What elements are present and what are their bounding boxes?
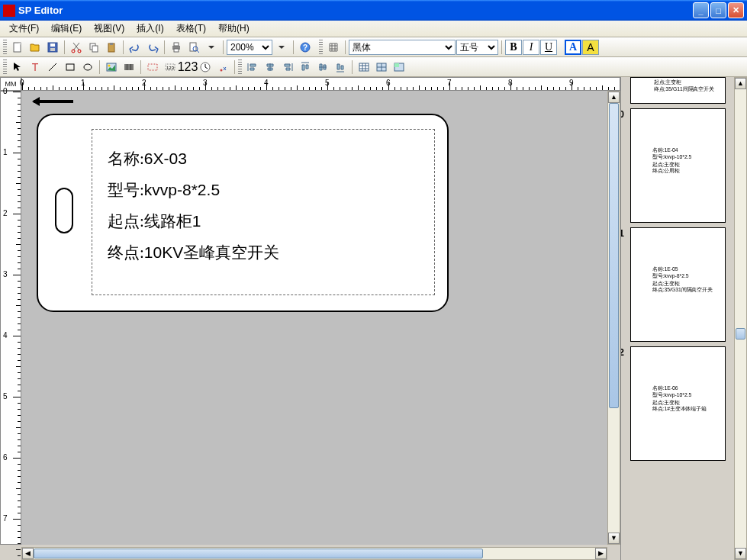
zoom-dropdown-icon[interactable] (273, 39, 290, 56)
ruler-horizontal[interactable]: 012345678910 (21, 77, 620, 91)
cut-button[interactable] (68, 39, 85, 56)
svg-rect-27 (359, 63, 369, 71)
svg-rect-7 (92, 46, 98, 52)
toolbar-grip[interactable] (3, 60, 7, 75)
menu-table[interactable]: 表格(T) (170, 21, 212, 37)
canvas[interactable]: 名称:6X-03 型号:kvvp-8*2.5 起点:线路柜1 终点:10KV圣峰… (21, 91, 607, 545)
text-tool[interactable]: T (27, 59, 43, 76)
thumbnail-text: 起点:主变柜终点:35/G11间隔真空开关 (654, 79, 714, 93)
text-frame[interactable]: 名称:6X-03 型号:kvvp-8*2.5 起点:线路柜1 终点:10KV圣峰… (92, 129, 435, 295)
highlight-button[interactable]: A (582, 40, 599, 55)
toolbar-grip[interactable] (319, 40, 323, 55)
open-button[interactable] (27, 39, 43, 56)
table-tool[interactable] (356, 59, 372, 76)
align-right-button[interactable] (279, 59, 296, 76)
svg-rect-9 (110, 43, 113, 45)
menu-insert[interactable]: 插入(I) (130, 21, 169, 37)
svg-rect-11 (174, 43, 179, 46)
toolbar-main: 200% ? 黑体 五号 B I U A A (0, 37, 747, 57)
pointer-tool[interactable] (9, 59, 26, 76)
undo-button[interactable] (127, 39, 143, 56)
canvas-vscroll[interactable]: ▲ ▼ (607, 91, 620, 545)
svg-point-26 (221, 69, 223, 71)
toolbar-grip[interactable] (3, 40, 7, 55)
scroll-down-icon[interactable]: ▼ (735, 548, 746, 559)
svg-rect-30 (394, 63, 399, 67)
cell-tool[interactable] (391, 59, 407, 76)
grid-tool[interactable] (373, 59, 390, 76)
close-button[interactable]: ✕ (728, 2, 744, 18)
line-tool[interactable] (44, 59, 61, 76)
menu-file[interactable]: 文件(F) (3, 21, 45, 37)
thumbnail-number: 41 (621, 228, 624, 239)
svg-rect-22 (148, 64, 157, 70)
thumbnail-card[interactable]: 起点:主变柜终点:35/G11间隔真空开关 (630, 77, 726, 104)
field-end: 终点:10KV圣峰真空开关 (108, 237, 419, 269)
svg-rect-12 (174, 49, 179, 52)
scroll-up-icon[interactable]: ▲ (735, 78, 746, 89)
toolbar-grip[interactable] (238, 60, 242, 75)
svg-rect-18 (66, 64, 74, 70)
scroll-down-icon[interactable]: ▼ (608, 533, 620, 544)
window-title: SP Editor (18, 5, 693, 16)
svg-rect-0 (14, 43, 21, 52)
field-name: 名称:6X-03 (108, 143, 419, 175)
label-card[interactable]: 名称:6X-03 型号:kvvp-8*2.5 起点:线路柜1 终点:10KV圣峰… (37, 114, 449, 312)
hole-shape (55, 188, 73, 233)
menu-view[interactable]: 视图(V) (88, 21, 130, 37)
date-tool[interactable]: 123 (162, 59, 179, 76)
canvas-area: MM 012345678910 012345678 名称:6X-03 型号:kv… (0, 77, 620, 560)
italic-button[interactable]: I (523, 40, 539, 55)
rect-tool[interactable] (62, 59, 79, 76)
align-center-v-button[interactable] (314, 59, 331, 76)
thumbnail-card[interactable]: 41名称:1E-05型号:kvvp-8*2.5起点:主变柜终点:35/G31间隔… (630, 227, 726, 342)
font-color-button[interactable]: A (565, 40, 581, 55)
ruler-vertical[interactable]: 012345678 (0, 91, 21, 545)
field-model: 型号:kvvp-8*2.5 (108, 175, 419, 206)
paste-button[interactable] (103, 39, 120, 56)
zoom-select[interactable]: 200% (227, 40, 272, 55)
ellipse-tool[interactable] (79, 59, 96, 76)
align-center-h-button[interactable] (262, 59, 279, 76)
thumbnail-card[interactable]: 42名称:1E-06型号:kvvp-10*2.5起点:主变柜终点:1#主变本体端… (630, 346, 726, 461)
bold-button[interactable]: B (505, 40, 522, 55)
align-left-button[interactable] (244, 59, 261, 76)
thumbs-vscroll[interactable]: ▲ ▼ (734, 77, 747, 560)
save-button[interactable] (44, 39, 61, 56)
decimal-tool[interactable] (214, 59, 231, 76)
menubar: 文件(F) 编辑(E) 视图(V) 插入(I) 表格(T) 帮助(H) (0, 21, 747, 37)
counter-tool[interactable]: 123 (179, 59, 196, 76)
preview-button[interactable] (185, 39, 202, 56)
menu-edit[interactable]: 编辑(E) (45, 21, 88, 37)
thumbnails-panel: 起点:主变柜终点:35/G11间隔真空开关40名称:1E-04型号:kvvp-1… (620, 77, 747, 560)
align-bottom-button[interactable] (332, 59, 349, 76)
redo-button[interactable] (144, 39, 161, 56)
thumbnail-card[interactable]: 40名称:1E-04型号:kvvp-10*2.5起点:主变柜终点:公用柜 (630, 108, 726, 223)
underline-button[interactable]: U (540, 40, 557, 55)
new-button[interactable] (9, 39, 26, 56)
svg-text:T: T (32, 61, 39, 73)
font-size-select[interactable]: 五号 (456, 40, 498, 55)
scroll-up-icon[interactable]: ▲ (608, 92, 620, 103)
copy-button[interactable] (85, 39, 102, 56)
maximize-button[interactable]: □ (710, 2, 726, 18)
help-button[interactable]: ? (297, 39, 314, 56)
menu-help[interactable]: 帮助(H) (212, 21, 256, 37)
font-select[interactable]: 黑体 (349, 40, 456, 55)
image-tool[interactable] (103, 59, 120, 76)
direction-arrow-icon (27, 98, 73, 105)
scroll-right-icon[interactable]: ▶ (595, 548, 607, 559)
thumbnail-text: 名称:1E-05型号:kvvp-8*2.5起点:主变柜终点:35/G31间隔真空… (652, 266, 713, 294)
app-icon (3, 5, 15, 17)
field-start: 起点:线路柜1 (108, 206, 419, 237)
print-button[interactable] (168, 39, 185, 56)
minimize-button[interactable]: _ (693, 2, 709, 18)
dropdown-icon[interactable] (203, 39, 220, 56)
sequence-tool[interactable] (144, 59, 161, 76)
canvas-hscroll[interactable]: ◀ ▶ (21, 547, 607, 560)
barcode-tool[interactable] (121, 59, 137, 76)
scroll-left-icon[interactable]: ◀ (22, 548, 34, 559)
time-tool[interactable] (197, 59, 214, 76)
grid-button[interactable] (325, 39, 342, 56)
align-top-button[interactable] (297, 59, 314, 76)
